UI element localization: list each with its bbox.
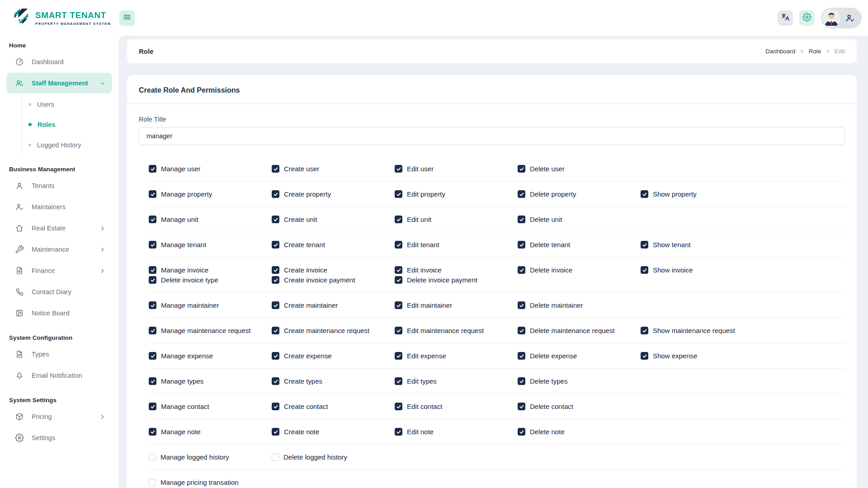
permission-delete-invoice-type[interactable]: Delete invoice type	[149, 276, 272, 284]
checkbox[interactable]	[149, 377, 156, 385]
checkbox[interactable]	[518, 428, 525, 436]
checkbox[interactable]	[149, 327, 156, 334]
sidebar-item-settings[interactable]: Settings	[6, 427, 112, 448]
menu-toggle-button[interactable]	[119, 10, 135, 26]
checkbox[interactable]	[518, 301, 525, 309]
checkbox[interactable]	[518, 190, 525, 198]
permission-delete-note[interactable]: Delete note	[518, 428, 641, 436]
checkbox[interactable]	[149, 190, 156, 198]
permission-create-tenant[interactable]: Create tenant	[272, 241, 395, 249]
permission-manage-invoice[interactable]: Manage invoice	[149, 266, 272, 274]
checkbox[interactable]	[518, 266, 525, 274]
checkbox[interactable]	[149, 216, 156, 223]
user-menu[interactable]	[821, 8, 862, 28]
sidebar-item-tenants[interactable]: Tenants	[6, 175, 112, 196]
checkbox[interactable]	[149, 403, 156, 410]
permission-manage-property[interactable]: Manage property	[149, 190, 272, 198]
checkbox[interactable]	[149, 301, 156, 309]
checkbox[interactable]	[272, 216, 279, 223]
permission-manage-maintenance-request[interactable]: Manage maintenance request	[149, 327, 272, 334]
sidebar-item-maintenance[interactable]: Maintenance	[6, 239, 112, 260]
permission-delete-logged-history[interactable]: Delete logged history	[272, 453, 395, 461]
permission-delete-invoice[interactable]: Delete invoice	[518, 266, 641, 274]
permission-delete-invoice-payment[interactable]: Delete invoice payment	[395, 276, 518, 284]
sidebar-subitem-roles[interactable]: Roles	[22, 114, 118, 135]
permission-manage-user[interactable]: Manage user	[149, 165, 272, 173]
permission-show-expense[interactable]: Show expense	[641, 352, 764, 360]
permission-delete-maintenance-request[interactable]: Delete maintenance request	[518, 327, 641, 334]
permission-delete-expense[interactable]: Delete expense	[518, 352, 641, 360]
checkbox[interactable]	[395, 190, 402, 198]
checkbox[interactable]	[149, 165, 156, 173]
checkbox[interactable]	[518, 241, 525, 249]
checkbox[interactable]	[395, 266, 402, 274]
permission-delete-unit[interactable]: Delete unit	[518, 216, 641, 223]
sidebar-item-real-estate[interactable]: Real Estate	[6, 218, 112, 239]
checkbox[interactable]	[518, 352, 525, 360]
checkbox[interactable]	[149, 266, 156, 274]
permission-manage-contact[interactable]: Manage contact	[149, 403, 272, 410]
checkbox[interactable]	[149, 352, 156, 360]
permission-manage-tenant[interactable]: Manage tenant	[149, 241, 272, 249]
sidebar-item-contact-diary[interactable]: Contact Diary	[6, 282, 112, 302]
checkbox[interactable]	[272, 190, 279, 198]
checkbox[interactable]	[395, 216, 402, 223]
language-button[interactable]	[778, 10, 793, 26]
permission-manage-unit[interactable]: Manage unit	[149, 216, 272, 223]
sidebar-subitem-users[interactable]: Users	[22, 94, 118, 114]
sidebar-item-dashboard[interactable]: Dashboard	[6, 52, 112, 72]
checkbox[interactable]	[641, 241, 648, 249]
checkbox[interactable]	[641, 327, 648, 334]
permission-create-unit[interactable]: Create unit	[272, 216, 395, 223]
checkbox[interactable]	[395, 276, 402, 284]
checkbox[interactable]	[395, 403, 402, 410]
permission-edit-expense[interactable]: Edit expense	[395, 352, 518, 360]
permission-show-invoice[interactable]: Show invoice	[641, 266, 764, 274]
permission-create-invoice[interactable]: Create invoice	[272, 266, 395, 274]
breadcrumb-item-role[interactable]: Role	[809, 48, 821, 55]
permission-edit-note[interactable]: Edit note	[395, 428, 518, 436]
checkbox[interactable]	[395, 327, 402, 334]
permission-edit-types[interactable]: Edit types	[395, 377, 518, 385]
checkbox[interactable]	[272, 454, 279, 461]
permission-create-expense[interactable]: Create expense	[272, 352, 395, 360]
sidebar-item-maintainers[interactable]: Maintainers	[6, 197, 112, 217]
permission-edit-contact[interactable]: Edit contact	[395, 403, 518, 410]
checkbox[interactable]	[518, 403, 525, 410]
permission-delete-property[interactable]: Delete property	[518, 190, 641, 198]
checkbox[interactable]	[518, 165, 525, 173]
checkbox[interactable]	[641, 266, 648, 274]
checkbox[interactable]	[272, 403, 279, 410]
permission-create-types[interactable]: Create types	[272, 377, 395, 385]
permission-create-property[interactable]: Create property	[272, 190, 395, 198]
permission-edit-user[interactable]: Edit user	[395, 165, 518, 173]
sidebar-item-notice-board[interactable]: Notice Board	[6, 303, 112, 324]
checkbox[interactable]	[395, 241, 402, 249]
sidebar-item-staff-management[interactable]: Staff Management	[6, 73, 112, 94]
checkbox[interactable]	[149, 241, 156, 249]
brand-logo[interactable]: SMART TENANT PROPERTY MANAGEMENT SYSTEM	[0, 8, 109, 28]
permission-show-maintenance-request[interactable]: Show maintenance request	[641, 327, 764, 334]
permission-show-tenant[interactable]: Show tenant	[641, 241, 764, 249]
checkbox[interactable]	[395, 428, 402, 436]
checkbox[interactable]	[272, 301, 279, 309]
role-title-input[interactable]	[139, 127, 845, 145]
checkbox[interactable]	[149, 479, 156, 486]
permission-edit-maintenance-request[interactable]: Edit maintenance request	[395, 327, 518, 334]
settings-button[interactable]	[799, 10, 815, 26]
permission-manage-logged-history[interactable]: Manage logged history	[149, 453, 272, 461]
permission-edit-property[interactable]: Edit property	[395, 190, 518, 198]
checkbox[interactable]	[149, 428, 156, 436]
permission-show-property[interactable]: Show property	[641, 190, 764, 198]
checkbox[interactable]	[272, 241, 279, 249]
checkbox[interactable]	[149, 276, 156, 284]
permission-create-note[interactable]: Create note	[272, 428, 395, 436]
permission-delete-user[interactable]: Delete user	[518, 165, 641, 173]
permission-delete-contact[interactable]: Delete contact	[518, 403, 641, 410]
sidebar-item-pricing[interactable]: Pricing	[6, 406, 112, 427]
permission-delete-maintainer[interactable]: Delete maintainer	[518, 301, 641, 309]
permission-edit-tenant[interactable]: Edit tenant	[395, 241, 518, 249]
checkbox[interactable]	[395, 301, 402, 309]
checkbox[interactable]	[518, 327, 525, 334]
permission-delete-types[interactable]: Delete types	[518, 377, 641, 385]
